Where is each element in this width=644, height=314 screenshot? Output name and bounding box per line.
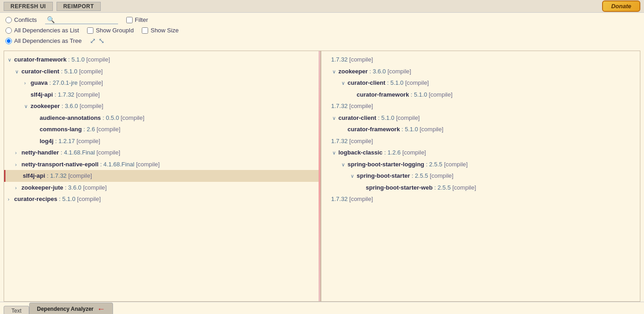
no-expand-icon <box>24 91 31 99</box>
right-tree-item[interactable]: ∨ curator-client : 5.1.0 [compile] <box>321 77 638 89</box>
all-deps-tree-radio[interactable] <box>5 38 12 44</box>
dep-name: spring-boot-starter-web <box>366 184 433 191</box>
expand-down-icon[interactable]: ∨ <box>8 56 14 64</box>
left-tree-item[interactable]: › curator-recipes : 5.1.0 [compile] <box>4 193 320 205</box>
dep-version: 1.7.32 <box>331 56 350 63</box>
dep-name: curator-client <box>348 79 386 86</box>
right-tree-item[interactable]: 1.7.32 [compile] <box>321 54 638 66</box>
dep-version: : 2.5.5 <box>433 184 452 191</box>
expand-down-icon[interactable]: ∨ <box>341 161 348 169</box>
expand-right-icon[interactable]: › <box>24 79 31 87</box>
show-groupid-checkbox-label[interactable]: Show GroupId <box>87 27 134 34</box>
left-tree-item[interactable]: log4j : 1.2.17 [compile] <box>4 135 320 147</box>
dep-version: 1.7.32 <box>331 138 350 144</box>
expand-right-icon[interactable]: › <box>15 184 21 192</box>
left-tree-item[interactable]: ∨ zookeeper : 3.6.0 [compile] <box>4 100 320 112</box>
all-deps-list-radio-label[interactable]: All Dependencies as List <box>5 27 79 34</box>
left-tree-item[interactable]: › netty-handler : 4.1.68.Final [compile] <box>4 147 320 159</box>
right-tree-item[interactable]: 1.7.32 [compile] <box>321 135 638 147</box>
left-tree-item[interactable]: slf4j-api : 1.7.32 [compile] <box>4 170 320 182</box>
left-tree-item[interactable]: commons-lang : 2.6 [compile] <box>4 124 320 135</box>
dep-version: : 2.6 <box>82 126 97 133</box>
no-expand-icon <box>360 184 366 192</box>
search-input[interactable] <box>57 16 116 23</box>
dep-name: curator-framework <box>14 56 67 63</box>
dep-scope: [compile] <box>453 184 476 191</box>
dep-name: slf4j-api <box>23 172 45 179</box>
expand-down-icon[interactable]: ∨ <box>15 68 21 76</box>
expand-down-icon[interactable]: ∨ <box>350 172 357 180</box>
conflicts-radio-label[interactable]: Conflicts <box>5 16 37 23</box>
left-tree-item[interactable]: ∨ curator-framework : 5.1.0 [compile] <box>4 54 320 66</box>
toolbar: REFRESH UI REIMPORT Donate <box>0 0 644 13</box>
filter-checkbox-label[interactable]: Filter <box>126 16 148 23</box>
show-size-checkbox[interactable] <box>142 27 148 34</box>
expand-down-icon[interactable]: ∨ <box>332 149 339 157</box>
dep-version: : 0.5.0 <box>101 114 120 121</box>
dep-scope: [compile] <box>349 196 373 202</box>
dep-scope: [compile] <box>77 138 100 144</box>
expand-down-icon[interactable]: ∨ <box>24 103 31 110</box>
dep-scope: [compile] <box>349 56 373 63</box>
show-size-checkbox-label[interactable]: Show Size <box>142 27 178 34</box>
dep-version: 1.7.32 <box>331 103 350 109</box>
expand-down-icon[interactable]: ∨ <box>332 68 339 76</box>
dep-version: : 27.0.1-jre <box>48 79 79 86</box>
no-expand-icon <box>33 114 40 122</box>
right-tree-item[interactable]: ∨ logback-classic : 1.2.6 [compile] <box>321 147 638 159</box>
dep-version: : 5.1.0 <box>386 79 405 86</box>
right-tree-item[interactable]: curator-framework : 5.1.0 [compile] <box>321 89 638 101</box>
tab-text[interactable]: Text <box>4 306 29 314</box>
left-tree-item[interactable]: ∨ curator-client : 5.1.0 [compile] <box>4 66 320 77</box>
expand-all-icon[interactable]: ⤢ <box>90 36 96 45</box>
refresh-ui-button[interactable]: REFRESH UI <box>4 2 53 11</box>
tab-dependency-analyzer[interactable]: Dependency Analyzer ← <box>29 303 113 314</box>
collapse-all-icon[interactable]: ⤡ <box>98 36 104 45</box>
all-deps-list-radio[interactable] <box>5 27 12 34</box>
right-tree-item[interactable]: spring-boot-starter-web : 2.5.5 [compile… <box>321 182 638 194</box>
dep-scope: [compile] <box>429 91 453 98</box>
expand-down-icon[interactable]: ∨ <box>332 114 339 122</box>
right-tree-item[interactable]: 1.7.32 [compile] <box>321 100 638 112</box>
dep-scope: [compile] <box>444 161 468 168</box>
right-tree-item[interactable]: ∨ curator-client : 5.1.0 [compile] <box>321 112 638 124</box>
left-tree-item[interactable]: › guava : 27.0.1-jre [compile] <box>4 77 320 89</box>
expand-right-icon[interactable]: › <box>8 196 14 203</box>
left-tree-item[interactable]: slf4j-api : 1.7.32 [compile] <box>4 89 320 101</box>
no-expand-icon <box>16 172 23 180</box>
right-tree-item[interactable]: 1.7.32 [compile] <box>321 193 638 205</box>
all-deps-tree-radio-label[interactable]: All Dependencies as Tree <box>5 37 82 44</box>
expand-arrows: ⤢ ⤡ <box>90 36 104 45</box>
dep-version: : 2.5.5 <box>424 161 444 168</box>
no-expand-icon <box>325 56 331 64</box>
right-tree-item[interactable]: ∨ spring-boot-starter : 2.5.5 [compile] <box>321 170 638 182</box>
all-deps-list-label: All Dependencies as List <box>14 27 79 34</box>
no-expand-icon <box>325 103 331 110</box>
left-tree-item[interactable]: audience-annotations : 0.5.0 [compile] <box>4 112 320 124</box>
donate-button[interactable]: Donate <box>602 0 640 12</box>
right-tree-item[interactable]: ∨ zookeeper : 3.6.0 [compile] <box>321 66 638 77</box>
expand-down-icon[interactable]: ∨ <box>341 79 348 87</box>
conflicts-label: Conflicts <box>14 16 37 23</box>
reimport-button[interactable]: REIMPORT <box>57 2 101 11</box>
dep-scope: [compile] <box>396 114 420 121</box>
dep-scope: [compile] <box>136 161 160 168</box>
dep-version: : 3.6.0 <box>368 68 387 75</box>
expand-right-icon[interactable]: › <box>15 161 21 169</box>
right-tree-item[interactable]: ∨ spring-boot-starter-logging : 2.5.5 [c… <box>321 159 638 170</box>
expand-right-icon[interactable]: › <box>15 149 21 157</box>
dep-version: : 5.1.0 <box>376 114 396 121</box>
dep-version: : 1.2.17 <box>53 138 77 144</box>
dep-scope: [compile] <box>76 91 100 98</box>
conflicts-radio[interactable] <box>5 17 12 23</box>
dep-scope: [compile] <box>405 79 429 86</box>
bottom-tabs: Text Dependency Analyzer ← <box>0 302 644 314</box>
no-expand-icon <box>325 138 331 145</box>
filter-checkbox[interactable] <box>126 17 133 23</box>
left-tree-item[interactable]: › netty-transport-native-epoll : 4.1.68.… <box>4 159 320 170</box>
show-groupid-checkbox[interactable] <box>87 27 93 34</box>
left-tree-item[interactable]: › zookeeper-jute : 3.6.0 [compile] <box>4 182 320 194</box>
dep-name: zookeeper <box>339 68 368 75</box>
right-tree-item[interactable]: curator-framework : 5.1.0 [compile] <box>321 124 638 135</box>
dep-name: curator-recipes <box>14 196 57 202</box>
